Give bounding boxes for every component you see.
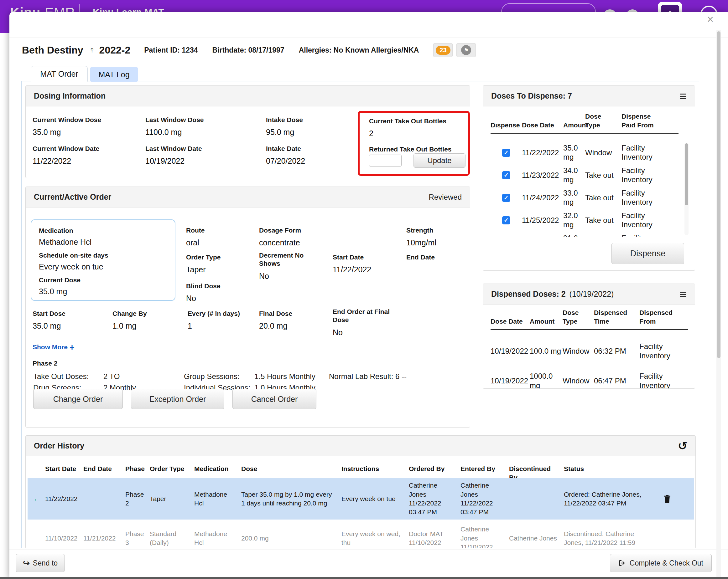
blind-dose-field: Blind DoseNo [186, 282, 220, 303]
end-order-at-final-dose-field: End Order at Final DoseNo [333, 308, 395, 337]
order-history-panel: Order History ↺ Start Date End Date Phas… [25, 435, 696, 548]
hamburger-menu-icon[interactable]: ≡ [679, 91, 687, 101]
hamburger-menu-icon[interactable]: ≡ [679, 289, 687, 299]
dispensed-row: 10/19/2022 1000.0 mg Window 06:47 PM Fac… [491, 365, 688, 389]
send-to-button[interactable]: ↪ Send to [16, 554, 65, 572]
tab-mat-order[interactable]: MAT Order [31, 66, 88, 82]
dose-row: ✓ 11/25/2022 32.0 mg Take out Facility I… [491, 209, 678, 231]
end-date-field: End Date [406, 253, 435, 265]
tab-mat-log[interactable]: MAT Log [90, 67, 138, 82]
trash-icon[interactable] [655, 494, 684, 503]
medication-box: Medication Methadone Hcl Schedule on-sit… [31, 219, 176, 301]
dose-row: 31.0 mg Facility Inventory [491, 231, 678, 237]
close-icon[interactable]: × [707, 14, 713, 25]
patient-id: Patient ID: 1234 [144, 46, 198, 54]
mat-order-modal: × Beth Destiny ♀ 2022-2 Patient ID: 1234… [9, 12, 728, 579]
lab-result: Normal Lab Result: 6 -- [329, 372, 407, 381]
exception-order-button[interactable]: Exception Order [131, 389, 224, 409]
current-active-order-panel: Current/Active Order Reviewed Medication… [25, 187, 470, 428]
patient-allergies: Allergies: No Known Allergies/NKA [299, 46, 419, 54]
schedule-value: Every week on tue [39, 262, 167, 271]
last-window-dose: Last Window Dose1100.0 mg [145, 116, 204, 137]
order-history-row-discontinued[interactable]: 11/10/2022 11/21/2022 Phase 3 Standard (… [28, 520, 694, 548]
panel-title: Doses To Dispense: 7 [491, 91, 572, 101]
footer-divider [9, 550, 728, 550]
patient-header: Beth Destiny ♀ 2022-2 Patient ID: 1234 B… [22, 41, 700, 59]
doses-table-header: Dispense Dose Date Amount Dose Type Disp… [491, 112, 678, 134]
dispense-checkbox[interactable]: ✓ [502, 216, 510, 224]
scrollbar-thumb[interactable] [717, 31, 721, 358]
current-take-out-bottles: Current Take Out Bottles 2 [369, 117, 446, 138]
dispense-checkbox[interactable]: ✓ [502, 149, 510, 157]
send-arrow-icon: ↪ [23, 558, 30, 568]
female-gender-icon: ♀ [89, 45, 96, 55]
returned-take-out-bottles-label: Returned Take Out Bottles [369, 145, 451, 154]
decrement-no-shows-field: Decrement No ShowsNo [259, 251, 312, 281]
notes-count-button[interactable]: 23 [433, 43, 453, 57]
change-order-button[interactable]: Change Order [33, 389, 123, 409]
order-history-row-active[interactable]: → 11/22/2022 Phase 2 Taper Methadone Hcl… [28, 478, 694, 520]
dispense-checkbox[interactable]: ✓ [502, 194, 510, 202]
window-bottom-edge [0, 577, 728, 579]
history-icon[interactable]: ↺ [678, 439, 687, 452]
header-divider [9, 37, 728, 38]
update-button[interactable]: Update [414, 154, 466, 168]
order-type-field: Order TypeTaper [186, 253, 220, 274]
dose-row: ✓ 11/23/2022 34.0 mg Take out Facility I… [491, 164, 678, 187]
table-scrollbar[interactable] [684, 143, 688, 236]
page-behind-modal [0, 33, 9, 579]
show-more-link[interactable]: Show More+ [32, 343, 75, 352]
dispensed-doses-panel: Dispensed Doses: 2 (10/19/2022) ≡ Dose D… [483, 283, 695, 389]
last-window-date: Last Window Date10/19/2022 [145, 145, 202, 166]
dispensed-row: 10/19/2022 100.0 mg Window 06:32 PM Faci… [491, 338, 688, 365]
strength-field: Strength10mg/ml [406, 226, 436, 247]
cancel-order-button[interactable]: Cancel Order [232, 389, 316, 409]
final-dose-field: Final Dose20.0 mg [259, 309, 292, 331]
plus-icon: + [70, 343, 75, 352]
current-dose-value: 35.0 mg [39, 287, 167, 296]
flag-button[interactable]: ⚑ [457, 43, 476, 57]
flag-icon: ⚑ [461, 45, 471, 55]
annotation-red-box: Current Take Out Bottles 2 Returned Take… [358, 111, 470, 176]
change-by-field: Change By1.0 mg [112, 309, 147, 331]
panel-subtitle: (10/19/2022) [570, 290, 614, 299]
current-window-dose: Current Window Dose35.0 mg [32, 116, 101, 137]
group-sessions-label: Group Sessions: [184, 372, 239, 381]
group-sessions-value: 1.5 Hours Monthly [254, 372, 315, 381]
dosing-information-panel: Dosing Information Current Window Dose35… [25, 85, 470, 178]
dose-row: ✓ 11/24/2022 33.0 mg Take out Facility I… [491, 187, 678, 209]
phase-label: Phase 2 [32, 360, 57, 367]
patient-birthdate: Birthdate: 08/17/1997 [212, 46, 284, 54]
notes-badge: 23 [436, 46, 450, 55]
dose-row: ✓ 11/22/2022 35.0 mg Window Facility Inv… [491, 141, 678, 164]
current-window-date: Current Window Date11/22/2022 [32, 145, 99, 166]
panel-title: Dosing Information [34, 91, 106, 101]
panel-title: Current/Active Order [34, 192, 111, 201]
reviewed-status: Reviewed [429, 193, 462, 201]
intake-dose: Intake Dose95.0 mg [266, 116, 303, 137]
complete-checkout-button[interactable]: Complete & Check Out [610, 554, 712, 572]
start-date-field: Start Date11/22/2022 [333, 253, 371, 274]
panel-title: Order History [34, 441, 84, 450]
take-out-doses-value: 2 TO [103, 372, 120, 381]
dispense-checkbox[interactable]: ✓ [502, 171, 510, 179]
patient-name: Beth Destiny [22, 45, 83, 56]
every-days-field: Every (# in days)1 [188, 309, 240, 331]
doses-to-dispense-panel: Doses To Dispense: 7 ≡ Dispense Dose Dat… [483, 85, 695, 271]
intake-date: Intake Date07/20/2022 [266, 145, 305, 166]
start-dose-field: Start Dose35.0 mg [32, 309, 66, 331]
mat-order-content: Dosing Information Current Window Dose35… [21, 81, 699, 548]
checkout-icon [618, 559, 626, 567]
patient-episode: 2022-2 [99, 45, 131, 56]
medication-value: Methadone Hcl [39, 238, 167, 247]
doses-table-scroll-area[interactable]: ✓ 11/22/2022 35.0 mg Window Facility Inv… [491, 141, 678, 237]
panel-title: Dispensed Doses: 2 [491, 290, 566, 299]
returned-bottles-input[interactable] [369, 155, 401, 166]
take-out-doses-label: Take Out Doses: [33, 372, 89, 381]
route-field: Routeoral [186, 226, 205, 247]
dosage-form-field: Dosage Formconcentrate [259, 226, 301, 247]
active-order-arrow-icon: → [28, 495, 45, 503]
dispensed-table-header: Dose Date Amount Dose Type Dispensed Tim… [491, 308, 688, 330]
dispense-button[interactable]: Dispense [612, 243, 684, 264]
modal-scrollbar[interactable] [717, 30, 721, 579]
